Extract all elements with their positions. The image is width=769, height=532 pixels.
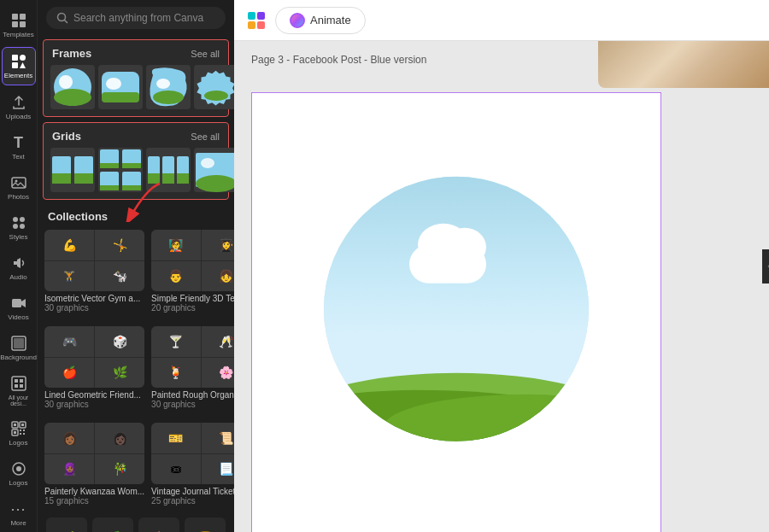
grid-thumb-3[interactable] — [146, 148, 191, 192]
search-icon — [56, 12, 68, 24]
sidebar-item-background[interactable]: Background — [2, 330, 36, 366]
sidebar-item-qrcode[interactable]: Logos — [2, 415, 36, 452]
svg-point-37 — [59, 75, 73, 89]
grids-see-all[interactable]: See all — [191, 132, 220, 142]
search-wrapper[interactable] — [46, 7, 226, 29]
col6-sub4: 📃 — [202, 454, 234, 485]
collection-thumb-1: 💪 🤸 🏋️ 🐄 — [44, 230, 144, 291]
svg-rect-56 — [122, 185, 141, 190]
canvas-page[interactable] — [251, 92, 661, 532]
svg-rect-18 — [15, 379, 18, 383]
icon-sidebar: Templates Elements Uploads T Text — [0, 0, 38, 532]
audio-icon — [10, 254, 27, 272]
col4-sub1: 🍸 — [151, 326, 201, 357]
collection-thumb-3: 🎮 🎲 🍎 🌿 — [44, 326, 144, 388]
col2-sub1: 🧑‍🏫 — [151, 230, 201, 260]
col5-count: 15 graphics — [44, 496, 144, 506]
logo-squares — [248, 12, 265, 29]
col5-sub3: 🧕🏾 — [44, 454, 94, 485]
extra-item-2[interactable]: 🍎 — [92, 517, 133, 532]
frames-header: Frames See all — [47, 44, 225, 63]
frame-thumb-1[interactable] — [50, 65, 95, 109]
grids-grid: › — [47, 146, 225, 196]
col5-name: Painterly Kwanzaa Wom... — [44, 487, 144, 496]
frame-thumb-4[interactable] — [194, 65, 234, 109]
collection-card-3[interactable]: 🎮 🎲 🍎 🌿 Lined Geometric Friend... 30 gra… — [44, 326, 144, 409]
grid-thumb-4[interactable] — [194, 148, 234, 192]
animate-button[interactable]: Animate — [275, 7, 366, 34]
sidebar-item-templates[interactable]: Templates — [2, 7, 36, 44]
collection-card-4[interactable]: 🍸 🥂 🍹 🌸 Painted Rough Organic ... 30 gra… — [151, 326, 234, 409]
svg-marker-7 — [20, 62, 26, 68]
panel-content: Frames See all — [38, 36, 234, 532]
col3-sub1: 🎮 — [44, 326, 94, 357]
svg-rect-48 — [74, 173, 93, 184]
svg-rect-30 — [20, 433, 21, 435]
sidebar-item-videos[interactable]: Videos — [2, 289, 36, 326]
svg-point-40 — [106, 78, 121, 90]
frames-see-all[interactable]: See all — [191, 49, 220, 59]
col6-sub2: 📜 — [202, 423, 234, 453]
frame-thumb-2[interactable] — [98, 65, 143, 109]
top-bar: Animate — [234, 0, 769, 41]
collection-card-5[interactable]: 👩🏾 👩🏿 🧕🏾 🎋 Painterly Kwanzaa Wom... 15 g… — [44, 423, 144, 506]
sidebar-label-more: More — [10, 520, 26, 527]
svg-rect-58 — [148, 173, 160, 184]
col1-sub3: 🏋️ — [44, 261, 94, 292]
svg-point-33 — [16, 466, 21, 471]
svg-rect-39 — [102, 92, 139, 102]
col2-sub2: 👩‍🎓 — [202, 230, 234, 260]
collection-thumb-5: 👩🏾 👩🏿 🧕🏾 🎋 — [44, 423, 144, 484]
sidebar-item-more[interactable]: ··· More — [2, 495, 36, 532]
col3-name: Lined Geometric Friend... — [44, 390, 144, 400]
sidebar-item-alldesigns[interactable]: All your desi... — [2, 370, 36, 412]
col2-sub4: 👧 — [202, 261, 234, 292]
grids-header: Grids See all — [47, 126, 225, 146]
col4-name: Painted Rough Organic ... — [151, 390, 234, 400]
col2-name: Simple Friendly 3D Teac... — [151, 294, 234, 303]
extra-item-1[interactable]: 🌶️ — [46, 517, 87, 532]
col2-sub3: 👨 — [151, 261, 201, 292]
animate-label: Animate — [310, 14, 351, 26]
sidebar-label-uploads: Uploads — [6, 114, 31, 120]
videos-icon — [10, 295, 27, 312]
sidebar-item-photos[interactable]: Photos — [2, 169, 36, 206]
col1-sub2: 🤸 — [95, 230, 144, 260]
svg-rect-4 — [12, 55, 18, 61]
sidebar-item-text[interactable]: T Text — [2, 129, 36, 166]
search-input[interactable] — [73, 12, 215, 24]
collection-card-2[interactable]: 🧑‍🏫 👩‍🎓 👨 👧 Simple Friendly 3D Teac... 2… — [151, 230, 234, 313]
sidebar-item-logos[interactable]: Logos — [2, 455, 36, 492]
svg-rect-50 — [100, 163, 119, 168]
extra-elements-row: 🌶️ 🍎 🍐 🫙 — [44, 517, 227, 532]
col3-sub4: 🌿 — [95, 358, 144, 389]
sidebar-label-background: Background — [0, 354, 37, 361]
extra-item-4[interactable]: 🫙 — [185, 517, 226, 532]
collection-card-1[interactable]: 💪 🤸 🏋️ 🐄 Isometric Vector Gym a... 30 gr… — [44, 230, 144, 313]
svg-rect-2 — [12, 21, 18, 27]
frames-grid: › — [47, 63, 225, 113]
grids-title: Grids — [52, 130, 81, 143]
text-icon: T — [10, 134, 27, 151]
svg-rect-52 — [122, 163, 141, 168]
col3-sub3: 🍎 — [44, 358, 94, 389]
frames-title: Frames — [52, 47, 91, 60]
grid-thumb-1[interactable] — [50, 148, 95, 192]
logos-icon — [10, 460, 27, 477]
collection-thumb-6: 🎫 📜 🎟 📃 — [151, 423, 234, 484]
frames-section: Frames See all — [43, 39, 229, 117]
logo-sq-yellow — [248, 21, 255, 29]
sidebar-label-templates: Templates — [3, 32, 33, 38]
sidebar-item-uploads[interactable]: Uploads — [2, 89, 36, 126]
sidebar-item-audio[interactable]: Audio — [2, 249, 36, 286]
extra-item-3[interactable]: 🍐 — [138, 517, 179, 532]
frame-thumb-3[interactable] — [146, 65, 191, 109]
logo-sq-teal — [248, 12, 255, 20]
col4-sub2: 🥂 — [202, 326, 234, 357]
sidebar-item-elements[interactable]: Elements — [2, 47, 36, 85]
col1-count: 30 graphics — [44, 303, 144, 313]
collection-card-6[interactable]: 🎫 📜 🎟 📃 Vintage Journal Tickets 25 graph… — [151, 423, 234, 506]
grid-thumb-2[interactable] — [98, 148, 143, 192]
svg-rect-14 — [12, 299, 21, 307]
sidebar-item-styles[interactable]: Styles — [2, 209, 36, 246]
